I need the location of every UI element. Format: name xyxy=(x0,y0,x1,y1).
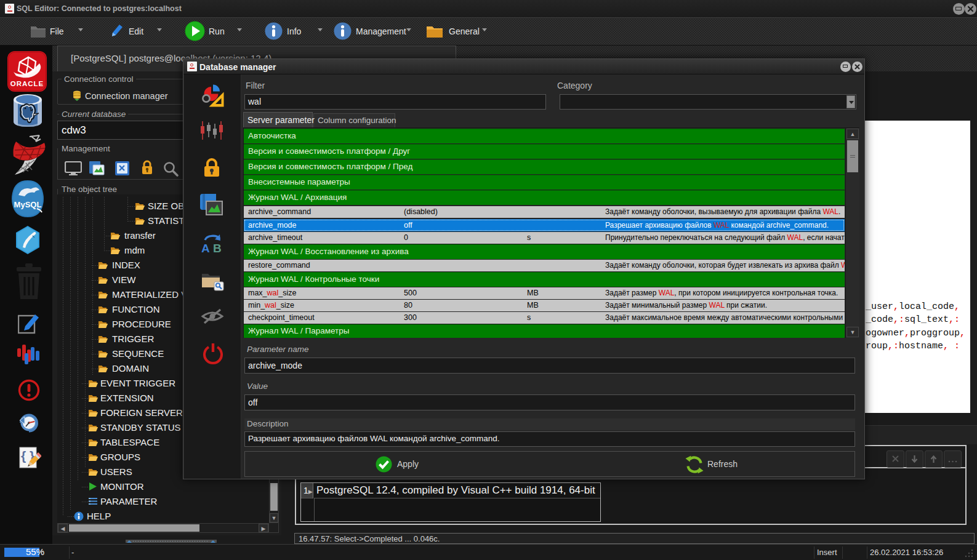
svg-text:ORACLE: ORACLE xyxy=(10,80,44,87)
svg-text:MySQL: MySQL xyxy=(14,200,42,209)
